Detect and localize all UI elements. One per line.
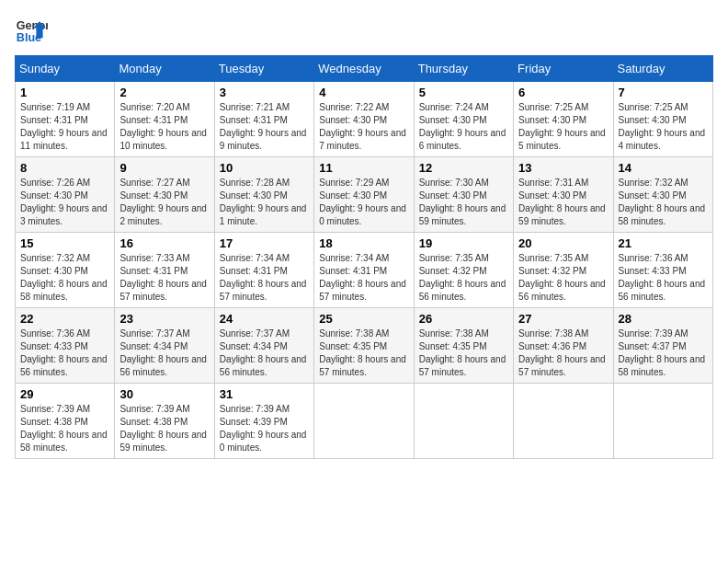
day-info: Sunrise: 7:36 AMSunset: 4:33 PMDaylight:… bbox=[20, 328, 108, 377]
day-number: 30 bbox=[119, 387, 209, 401]
day-number: 10 bbox=[220, 161, 309, 175]
calendar-day-cell: 7 Sunrise: 7:25 AMSunset: 4:30 PMDayligh… bbox=[613, 82, 712, 157]
day-number: 4 bbox=[319, 86, 408, 99]
calendar-day-cell bbox=[514, 384, 613, 459]
day-info: Sunrise: 7:37 AMSunset: 4:34 PMDaylight:… bbox=[119, 328, 207, 377]
day-number: 7 bbox=[619, 86, 708, 99]
day-info: Sunrise: 7:32 AMSunset: 4:30 PMDaylight:… bbox=[619, 178, 706, 226]
calendar-day-cell: 27 Sunrise: 7:38 AMSunset: 4:36 PMDaylig… bbox=[514, 308, 613, 384]
calendar-day-cell bbox=[314, 384, 414, 459]
day-number: 15 bbox=[20, 236, 109, 250]
calendar-day-cell: 3 Sunrise: 7:21 AMSunset: 4:31 PMDayligh… bbox=[214, 82, 313, 157]
calendar-day-cell: 8 Sunrise: 7:26 AMSunset: 4:30 PMDayligh… bbox=[16, 157, 115, 233]
day-info: Sunrise: 7:35 AMSunset: 4:32 PMDaylight:… bbox=[419, 253, 506, 302]
calendar-day-cell: 15 Sunrise: 7:32 AMSunset: 4:30 PMDaylig… bbox=[16, 233, 115, 308]
weekday-header-friday: Friday bbox=[514, 56, 613, 82]
calendar-day-cell: 4 Sunrise: 7:22 AMSunset: 4:30 PMDayligh… bbox=[314, 82, 414, 157]
calendar-day-cell: 26 Sunrise: 7:38 AMSunset: 4:35 PMDaylig… bbox=[414, 308, 513, 384]
weekday-header-monday: Monday bbox=[115, 56, 214, 82]
weekday-header-sunday: Sunday bbox=[16, 56, 115, 82]
day-number: 20 bbox=[518, 236, 608, 250]
weekday-header-row: SundayMondayTuesdayWednesdayThursdayFrid… bbox=[16, 56, 713, 82]
calendar-week-row: 1 Sunrise: 7:19 AMSunset: 4:31 PMDayligh… bbox=[16, 82, 713, 157]
day-number: 17 bbox=[220, 236, 309, 250]
day-number: 27 bbox=[518, 312, 608, 326]
calendar-day-cell: 21 Sunrise: 7:36 AMSunset: 4:33 PMDaylig… bbox=[613, 233, 712, 308]
weekday-header-thursday: Thursday bbox=[414, 56, 513, 82]
day-info: Sunrise: 7:20 AMSunset: 4:31 PMDaylight:… bbox=[119, 102, 207, 151]
calendar-day-cell: 18 Sunrise: 7:34 AMSunset: 4:31 PMDaylig… bbox=[314, 233, 414, 308]
day-number: 25 bbox=[319, 312, 408, 326]
calendar-day-cell: 9 Sunrise: 7:27 AMSunset: 4:30 PMDayligh… bbox=[115, 157, 214, 233]
day-info: Sunrise: 7:21 AMSunset: 4:31 PMDaylight:… bbox=[220, 102, 307, 151]
day-info: Sunrise: 7:31 AMSunset: 4:30 PMDaylight:… bbox=[518, 178, 606, 226]
day-info: Sunrise: 7:39 AMSunset: 4:38 PMDaylight:… bbox=[119, 404, 207, 453]
calendar-week-row: 15 Sunrise: 7:32 AMSunset: 4:30 PMDaylig… bbox=[16, 233, 713, 308]
calendar-table: SundayMondayTuesdayWednesdayThursdayFrid… bbox=[15, 55, 713, 459]
day-number: 18 bbox=[319, 236, 408, 250]
day-info: Sunrise: 7:38 AMSunset: 4:35 PMDaylight:… bbox=[419, 328, 506, 377]
day-info: Sunrise: 7:27 AMSunset: 4:30 PMDaylight:… bbox=[119, 178, 207, 226]
calendar-day-cell: 2 Sunrise: 7:20 AMSunset: 4:31 PMDayligh… bbox=[115, 82, 214, 157]
calendar-day-cell: 20 Sunrise: 7:35 AMSunset: 4:32 PMDaylig… bbox=[514, 233, 613, 308]
day-number: 13 bbox=[518, 161, 608, 175]
day-number: 16 bbox=[119, 236, 209, 250]
weekday-header-saturday: Saturday bbox=[613, 56, 712, 82]
day-number: 5 bbox=[419, 86, 508, 99]
logo-icon: General Blue bbox=[15, 15, 48, 48]
calendar-day-cell: 28 Sunrise: 7:39 AMSunset: 4:37 PMDaylig… bbox=[613, 308, 712, 384]
day-number: 9 bbox=[119, 161, 209, 175]
page-header: General Blue bbox=[15, 15, 713, 48]
day-info: Sunrise: 7:24 AMSunset: 4:30 PMDaylight:… bbox=[419, 102, 506, 151]
day-info: Sunrise: 7:25 AMSunset: 4:30 PMDaylight:… bbox=[619, 102, 706, 151]
day-info: Sunrise: 7:39 AMSunset: 4:39 PMDaylight:… bbox=[220, 404, 307, 453]
calendar-week-row: 8 Sunrise: 7:26 AMSunset: 4:30 PMDayligh… bbox=[16, 157, 713, 233]
day-info: Sunrise: 7:26 AMSunset: 4:30 PMDaylight:… bbox=[20, 178, 108, 226]
day-number: 8 bbox=[20, 161, 109, 175]
calendar-day-cell: 1 Sunrise: 7:19 AMSunset: 4:31 PMDayligh… bbox=[16, 82, 115, 157]
day-info: Sunrise: 7:33 AMSunset: 4:31 PMDaylight:… bbox=[119, 253, 207, 302]
day-info: Sunrise: 7:28 AMSunset: 4:30 PMDaylight:… bbox=[220, 178, 307, 226]
calendar-day-cell: 6 Sunrise: 7:25 AMSunset: 4:30 PMDayligh… bbox=[514, 82, 613, 157]
calendar-week-row: 22 Sunrise: 7:36 AMSunset: 4:33 PMDaylig… bbox=[16, 308, 713, 384]
day-number: 14 bbox=[619, 161, 708, 175]
day-number: 22 bbox=[20, 312, 109, 326]
day-info: Sunrise: 7:37 AMSunset: 4:34 PMDaylight:… bbox=[220, 328, 307, 377]
calendar-day-cell: 14 Sunrise: 7:32 AMSunset: 4:30 PMDaylig… bbox=[613, 157, 712, 233]
day-info: Sunrise: 7:32 AMSunset: 4:30 PMDaylight:… bbox=[20, 253, 108, 302]
day-number: 12 bbox=[419, 161, 508, 175]
day-number: 21 bbox=[619, 236, 708, 250]
calendar-day-cell: 10 Sunrise: 7:28 AMSunset: 4:30 PMDaylig… bbox=[214, 157, 313, 233]
day-info: Sunrise: 7:39 AMSunset: 4:37 PMDaylight:… bbox=[619, 328, 706, 377]
calendar-week-row: 29 Sunrise: 7:39 AMSunset: 4:38 PMDaylig… bbox=[16, 384, 713, 459]
calendar-day-cell: 22 Sunrise: 7:36 AMSunset: 4:33 PMDaylig… bbox=[16, 308, 115, 384]
day-number: 6 bbox=[518, 86, 608, 99]
calendar-day-cell: 30 Sunrise: 7:39 AMSunset: 4:38 PMDaylig… bbox=[115, 384, 214, 459]
day-info: Sunrise: 7:35 AMSunset: 4:32 PMDaylight:… bbox=[518, 253, 606, 302]
calendar-day-cell: 11 Sunrise: 7:29 AMSunset: 4:30 PMDaylig… bbox=[314, 157, 414, 233]
weekday-header-wednesday: Wednesday bbox=[314, 56, 414, 82]
calendar-day-cell bbox=[613, 384, 712, 459]
day-info: Sunrise: 7:19 AMSunset: 4:31 PMDaylight:… bbox=[20, 102, 108, 151]
day-info: Sunrise: 7:25 AMSunset: 4:30 PMDaylight:… bbox=[518, 102, 606, 151]
day-number: 2 bbox=[119, 86, 209, 99]
logo: General Blue bbox=[15, 15, 48, 48]
calendar-day-cell: 23 Sunrise: 7:37 AMSunset: 4:34 PMDaylig… bbox=[115, 308, 214, 384]
calendar-day-cell: 16 Sunrise: 7:33 AMSunset: 4:31 PMDaylig… bbox=[115, 233, 214, 308]
day-info: Sunrise: 7:30 AMSunset: 4:30 PMDaylight:… bbox=[419, 178, 506, 226]
day-info: Sunrise: 7:39 AMSunset: 4:38 PMDaylight:… bbox=[20, 404, 108, 453]
day-number: 11 bbox=[319, 161, 408, 175]
day-info: Sunrise: 7:22 AMSunset: 4:30 PMDaylight:… bbox=[319, 102, 406, 151]
calendar-day-cell: 17 Sunrise: 7:34 AMSunset: 4:31 PMDaylig… bbox=[214, 233, 313, 308]
day-info: Sunrise: 7:34 AMSunset: 4:31 PMDaylight:… bbox=[319, 253, 406, 302]
calendar-day-cell: 25 Sunrise: 7:38 AMSunset: 4:35 PMDaylig… bbox=[314, 308, 414, 384]
day-number: 3 bbox=[220, 86, 309, 99]
day-info: Sunrise: 7:34 AMSunset: 4:31 PMDaylight:… bbox=[220, 253, 307, 302]
day-number: 24 bbox=[220, 312, 309, 326]
day-number: 1 bbox=[20, 86, 109, 99]
weekday-header-tuesday: Tuesday bbox=[214, 56, 313, 82]
day-number: 29 bbox=[20, 387, 109, 401]
day-info: Sunrise: 7:29 AMSunset: 4:30 PMDaylight:… bbox=[319, 178, 406, 226]
day-number: 23 bbox=[119, 312, 209, 326]
calendar-day-cell: 31 Sunrise: 7:39 AMSunset: 4:39 PMDaylig… bbox=[214, 384, 313, 459]
